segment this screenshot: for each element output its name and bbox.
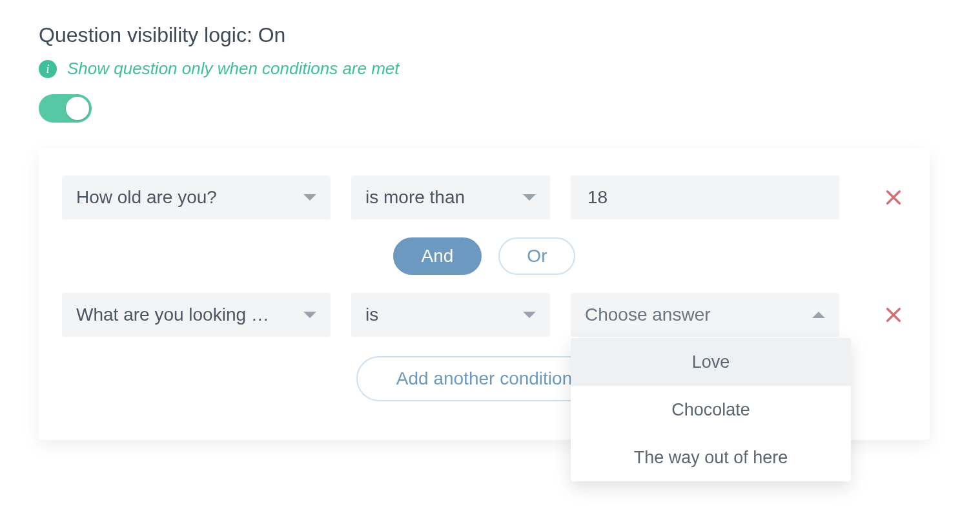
chevron-up-icon: [812, 312, 825, 318]
conjunction-or-button[interactable]: Or: [498, 237, 575, 275]
remove-condition-button[interactable]: [881, 302, 906, 328]
info-row: i Show question only when conditions are…: [39, 59, 941, 79]
condition-row: What are you looking … is Choose answer …: [62, 293, 906, 337]
conjunction-row: And Or: [62, 237, 906, 275]
answer-select-placeholder: Choose answer: [585, 305, 711, 325]
chevron-down-icon: [523, 312, 536, 318]
page-title: Question visibility logic: On: [39, 23, 941, 47]
operator-select[interactable]: is more than: [351, 175, 550, 219]
operator-select-label: is: [365, 305, 378, 325]
conjunction-and-button[interactable]: And: [393, 237, 482, 275]
answer-select[interactable]: Choose answer: [571, 293, 839, 337]
chevron-down-icon: [303, 194, 316, 201]
close-icon: [884, 306, 903, 324]
answer-dropdown: Love Chocolate The way out of here: [571, 338, 851, 481]
chevron-down-icon: [303, 312, 316, 318]
close-icon: [884, 188, 903, 206]
conditions-panel: How old are you? is more than And Or Wha…: [39, 148, 930, 440]
question-select-label: What are you looking …: [76, 305, 269, 325]
info-icon: i: [39, 60, 57, 78]
question-select[interactable]: How old are you?: [62, 175, 331, 219]
condition-row: How old are you? is more than: [62, 175, 906, 219]
question-select-label: How old are you?: [76, 187, 217, 208]
remove-condition-button[interactable]: [881, 185, 906, 210]
value-input[interactable]: [571, 175, 839, 219]
info-text: Show question only when conditions are m…: [67, 59, 400, 79]
answer-option[interactable]: Chocolate: [571, 386, 851, 434]
toggle-knob: [66, 97, 89, 120]
chevron-down-icon: [523, 194, 536, 201]
visibility-toggle[interactable]: [39, 94, 92, 123]
answer-option[interactable]: Love: [571, 338, 851, 386]
answer-option[interactable]: The way out of here: [571, 434, 851, 481]
question-select[interactable]: What are you looking …: [62, 293, 331, 337]
operator-select-label: is more than: [365, 187, 465, 208]
operator-select[interactable]: is: [351, 293, 550, 337]
